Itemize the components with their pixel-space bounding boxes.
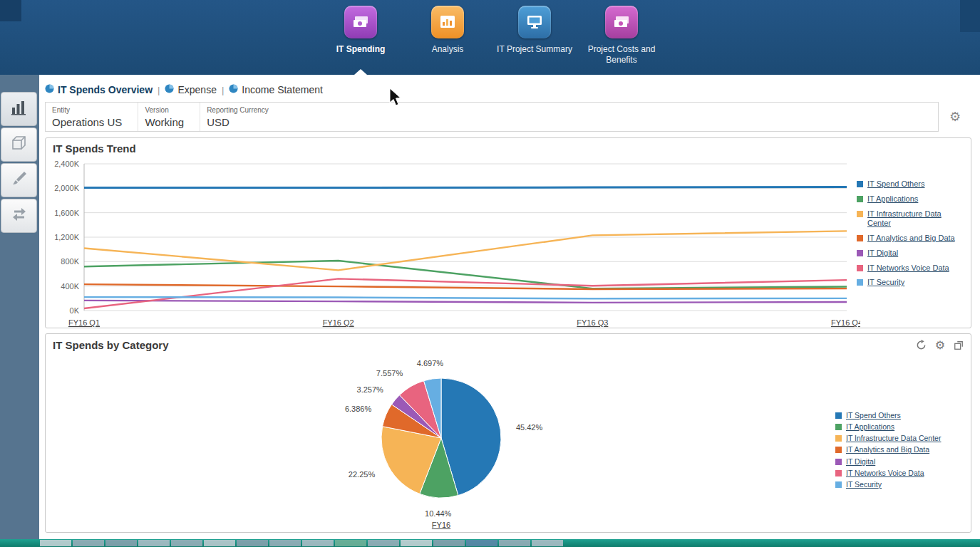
legend-item[interactable]: IT Spend Others <box>857 179 965 189</box>
it-spending-icon <box>344 6 377 38</box>
pov-version[interactable]: Version Working <box>138 103 200 131</box>
legend-item[interactable]: IT Networks Voice Data <box>857 264 965 274</box>
pie-slice-label: 3.257% <box>357 385 384 394</box>
x-axis-label[interactable]: FY16 Q4 <box>831 318 860 327</box>
x-axis-label[interactable]: FY16 Q3 <box>577 318 608 327</box>
legend-swatch <box>835 412 842 419</box>
taskbar-segment[interactable] <box>532 540 563 546</box>
taskbar-segment[interactable] <box>499 540 530 546</box>
dashboard-view-button[interactable] <box>1 92 37 126</box>
y-axis-tick-label: 1,200K <box>54 233 80 241</box>
costs-benefits-icon <box>605 6 638 38</box>
category-pie-chart: 45.42%10.44%22.25%6.386%3.257%7.557%4.69… <box>281 357 602 521</box>
legend-item[interactable]: IT Infrastructure Data Center <box>857 209 965 229</box>
taskbar-segment[interactable] <box>269 540 301 546</box>
legend-swatch <box>857 265 863 271</box>
legend-item[interactable]: IT Digital <box>857 249 965 259</box>
line-series-IT Applications[interactable] <box>84 261 847 288</box>
breadcrumb-it-spends-overview[interactable]: IT Spends Overview <box>45 84 153 95</box>
refresh-icon[interactable] <box>916 340 927 350</box>
breadcrumb-label: IT Spends Overview <box>58 84 153 95</box>
legend-swatch <box>835 447 842 453</box>
taskbar-segment[interactable] <box>237 540 268 546</box>
cube-view-button[interactable] <box>1 127 37 162</box>
pie-chart-icon <box>229 84 238 95</box>
pov-entity[interactable]: Entity Operations US <box>46 103 138 131</box>
taskbar-segment[interactable] <box>40 540 71 546</box>
legend-item[interactable]: IT Security <box>857 278 965 288</box>
legend-label: IT Infrastructure Data Center <box>846 434 941 443</box>
left-toolbar <box>0 75 39 539</box>
breadcrumb: IT Spends Overview | Expense | Income St… <box>45 80 971 99</box>
legend-item[interactable]: IT Digital <box>835 457 958 467</box>
pov-reporting-currency[interactable]: Reporting Currency USD <box>200 103 284 131</box>
pie-x-axis-label[interactable]: FY16 <box>281 521 602 529</box>
legend-item[interactable]: IT Analytics and Big Data <box>835 445 958 454</box>
app-tile-project-costs[interactable]: Project Costs and Benefits <box>582 6 661 66</box>
pie-legend: IT Spend OthersIT ApplicationsIT Infrast… <box>835 411 958 491</box>
x-axis-label[interactable]: FY16 Q2 <box>323 318 354 327</box>
app-tile-label: Analysis <box>432 44 464 55</box>
taskbar-segment[interactable] <box>466 540 497 546</box>
maximize-icon[interactable] <box>954 340 964 350</box>
legend-label: IT Networks Voice Data <box>846 469 924 478</box>
legend-label: IT Applications <box>846 422 894 432</box>
taskbar-segment[interactable] <box>401 540 432 546</box>
legend-label: IT Security <box>846 480 882 489</box>
pov-settings-gear-icon[interactable]: ⚙ <box>939 109 971 125</box>
legend-item[interactable]: IT Analytics and Big Data <box>857 234 965 244</box>
pov-field-value: Working <box>145 116 184 128</box>
category-panel-header: IT Spends by Category ⚙ <box>53 338 964 352</box>
header-corner-right <box>960 0 980 32</box>
legend-swatch <box>857 181 863 187</box>
active-app-indicator <box>354 69 367 75</box>
pie-slice-label: 22.25% <box>349 470 376 479</box>
app-tile-analysis[interactable]: Analysis <box>408 6 488 66</box>
trend-legend: IT Spend OthersIT ApplicationsIT Infrast… <box>857 179 965 293</box>
line-series-IT Digital[interactable] <box>84 301 847 303</box>
pov-box: Entity Operations US Version Working Rep… <box>45 102 939 132</box>
format-brush-button[interactable] <box>1 163 37 197</box>
legend-item[interactable]: IT Spend Others <box>835 411 958 420</box>
taskbar-segment[interactable] <box>73 540 104 546</box>
swap-view-button[interactable] <box>1 199 37 233</box>
legend-item[interactable]: IT Security <box>835 480 958 489</box>
app-tile-label: IT Project Summary <box>497 44 572 55</box>
legend-item[interactable]: IT Infrastructure Data Center <box>835 434 958 443</box>
it-spends-by-category-panel: IT Spends by Category ⚙ 45.42%10.44%22.2… <box>45 333 971 533</box>
legend-label: IT Applications <box>867 194 918 204</box>
legend-item[interactable]: IT Networks Voice Data <box>835 469 958 478</box>
taskbar-segment[interactable] <box>433 540 465 546</box>
taskbar-segment[interactable] <box>302 540 334 546</box>
swap-arrows-icon <box>10 205 29 226</box>
legend-swatch <box>857 235 863 241</box>
breadcrumb-expense[interactable]: Expense <box>165 84 216 95</box>
breadcrumb-income-statement[interactable]: Income Statement <box>229 84 323 95</box>
x-axis-label[interactable]: FY16 Q1 <box>68 318 100 327</box>
legend-item[interactable]: IT Applications <box>857 194 965 204</box>
taskbar-segment[interactable] <box>368 540 399 546</box>
taskbar-segment[interactable] <box>138 540 170 546</box>
y-axis-tick-label: 2,000K <box>54 184 80 192</box>
app-header: IT Spending Analysis <box>0 0 980 75</box>
app-window: IT Spending Analysis <box>0 0 980 547</box>
app-tile-strip: IT Spending Analysis <box>321 6 661 66</box>
line-series-IT Spend Others[interactable] <box>84 187 847 188</box>
taskbar-segment[interactable] <box>335 540 366 546</box>
line-series-IT Networks Voice Data[interactable] <box>84 278 847 308</box>
pie-slice-label: 45.42% <box>516 423 543 432</box>
trend-line-chart: 0K400K800K1,200K1,600K2,000K2,400KFY16 Q… <box>51 157 860 330</box>
legend-item[interactable]: IT Applications <box>835 422 958 432</box>
legend-swatch <box>835 470 842 476</box>
legend-swatch <box>835 435 842 442</box>
legend-label: IT Spend Others <box>867 179 925 189</box>
app-tile-it-project-summary[interactable]: IT Project Summary <box>495 6 574 66</box>
taskbar-segment[interactable] <box>171 540 202 546</box>
settings-gear-icon[interactable]: ⚙ <box>935 338 945 352</box>
breadcrumb-separator: | <box>222 85 224 95</box>
taskbar-segment[interactable] <box>204 540 235 546</box>
app-tile-it-spending[interactable]: IT Spending <box>321 6 401 66</box>
breadcrumb-label: Income Statement <box>242 84 323 95</box>
taskbar-segment[interactable] <box>105 540 137 546</box>
line-series-IT Security[interactable] <box>84 297 847 298</box>
